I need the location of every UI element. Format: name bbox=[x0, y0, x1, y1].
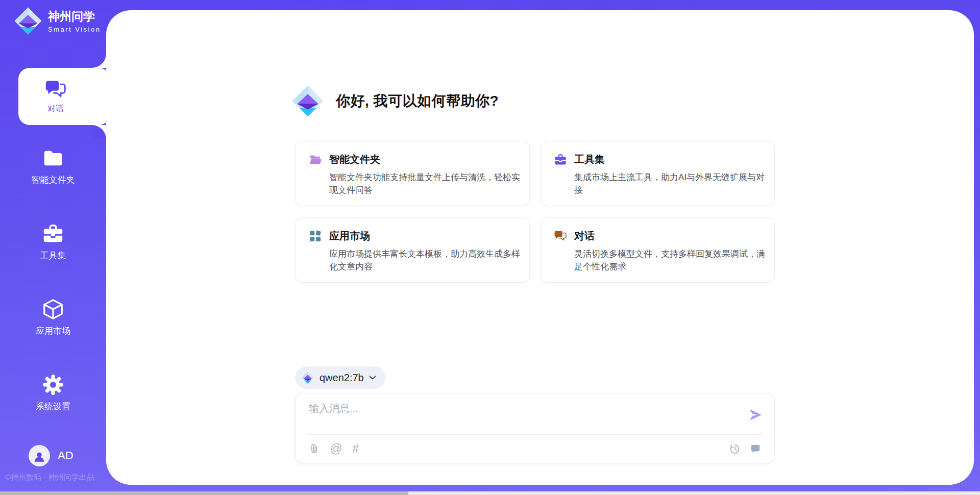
mention-button[interactable]: @ bbox=[330, 443, 342, 455]
card-description: 应用市场提供丰富长文本模板，助力高效生成多样化文章内容 bbox=[329, 248, 520, 273]
card-title: 应用市场 bbox=[329, 229, 370, 243]
main-panel: 你好, 我可以如何帮助你? 智能文件夹 智能文件夹功能支持批量文件上传与清洗，轻… bbox=[106, 10, 974, 485]
greeting-row: 你好, 我可以如何帮助你? bbox=[291, 81, 499, 121]
card-chat[interactable]: 对话 灵活切换多模型文件，支持多样回复效果调试，满足个性化需求 bbox=[540, 217, 775, 283]
sidebar-item-settings[interactable]: 系统设置 bbox=[0, 374, 106, 412]
feature-cards: 智能文件夹 智能文件夹功能支持批量文件上传与清洗，轻松实现文件问答 工具集 bbox=[295, 141, 775, 283]
chat-bubbles-icon bbox=[554, 230, 567, 243]
model-name: qwen2:7b bbox=[320, 372, 364, 384]
chat-bubble-icon bbox=[750, 443, 761, 454]
folder-icon bbox=[42, 147, 64, 169]
assistant-logo-icon bbox=[291, 84, 325, 118]
card-description: 集成市场上主流工具，助力AI与外界无缝扩展与对接 bbox=[574, 171, 765, 196]
model-logo-icon bbox=[301, 371, 314, 384]
card-toolset[interactable]: 工具集 集成市场上主流工具，助力AI与外界无缝扩展与对接 bbox=[540, 141, 775, 206]
card-description: 灵活切换多模型文件，支持多样回复效果调试，满足个性化需求 bbox=[574, 248, 765, 273]
tab-connector-top bbox=[92, 54, 106, 68]
avatar bbox=[29, 445, 50, 466]
card-title: 工具集 bbox=[574, 153, 605, 166]
user-profile[interactable]: AD bbox=[29, 445, 74, 466]
sidebar-item-app-market[interactable]: 应用市场 bbox=[0, 298, 106, 337]
brand-logo-icon bbox=[13, 6, 43, 36]
gear-icon bbox=[42, 374, 64, 396]
card-smart-folder[interactable]: 智能文件夹 智能文件夹功能支持批量文件上传与清洗，轻松实现文件问答 bbox=[295, 141, 530, 206]
briefcase-icon bbox=[42, 222, 64, 245]
tab-connector-bottom bbox=[92, 125, 106, 139]
brand-subtitle: Smart Vision bbox=[48, 26, 101, 33]
card-title: 对话 bbox=[574, 229, 595, 243]
user-name: AD bbox=[58, 449, 74, 462]
greeting-text: 你好, 我可以如何帮助你? bbox=[336, 91, 499, 111]
scrollbar-thumb[interactable] bbox=[0, 491, 408, 495]
sidebar-item-label: 对话 bbox=[47, 104, 64, 114]
apps-grid-icon bbox=[309, 230, 322, 243]
person-icon bbox=[33, 450, 46, 463]
feedback-button[interactable] bbox=[750, 443, 761, 454]
sidebar-item-label: 应用市场 bbox=[36, 325, 70, 337]
briefcase-icon bbox=[554, 153, 567, 166]
history-button[interactable] bbox=[729, 443, 741, 455]
sidebar-item-chat[interactable]: 对话 bbox=[18, 68, 110, 125]
sidebar-item-label: 系统设置 bbox=[36, 401, 70, 412]
send-button[interactable] bbox=[748, 408, 763, 423]
app-root: { "app": { "brand_name": "神州问学", "brand_… bbox=[0, 0, 980, 495]
model-selector[interactable]: qwen2:7b bbox=[295, 366, 385, 389]
sidebar-item-smart-folder[interactable]: 智能文件夹 bbox=[0, 147, 106, 186]
cube-icon bbox=[42, 298, 64, 320]
sidebar-item-label: 工具集 bbox=[40, 250, 66, 261]
paperclip-icon bbox=[309, 443, 320, 454]
sidebar-item-toolset[interactable]: 工具集 bbox=[0, 222, 106, 261]
chevron-down-icon bbox=[369, 376, 376, 380]
card-title: 智能文件夹 bbox=[329, 153, 380, 166]
brand: 神州问学 Smart Vision bbox=[13, 6, 101, 36]
horizontal-scrollbar[interactable] bbox=[0, 491, 980, 495]
open-folder-icon bbox=[309, 153, 322, 166]
history-icon bbox=[729, 443, 741, 455]
send-icon bbox=[748, 408, 763, 422]
message-input[interactable] bbox=[309, 402, 738, 428]
topic-button[interactable]: # bbox=[352, 443, 359, 455]
attachment-button[interactable] bbox=[309, 443, 320, 454]
chat-bubbles-icon bbox=[44, 79, 67, 101]
sidebar-item-label: 智能文件夹 bbox=[32, 174, 75, 186]
composer: @ # bbox=[295, 393, 775, 463]
copyright-text: ©神州数码 · 神州问学出品 bbox=[5, 473, 94, 482]
composer-toolbar: @ # bbox=[309, 441, 761, 456]
card-app-market[interactable]: 应用市场 应用市场提供丰富长文本模板，助力高效生成多样化文章内容 bbox=[295, 217, 530, 283]
card-description: 智能文件夹功能支持批量文件上传与清洗，轻松实现文件问答 bbox=[329, 171, 520, 196]
brand-name: 神州问学 bbox=[48, 9, 101, 24]
composer-divider bbox=[308, 434, 762, 435]
